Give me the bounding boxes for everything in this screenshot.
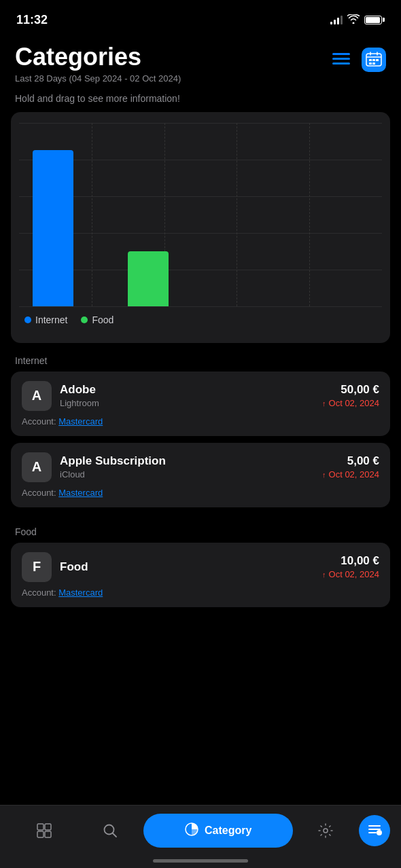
adobe-sub: Lightroom	[60, 398, 314, 408]
arrow-up-icon: ↑	[322, 399, 326, 408]
gear-icon	[316, 821, 335, 840]
legend-dot-internet	[24, 317, 31, 323]
food-amount-col: 10,00 € ↑ Oct 02, 2024	[322, 554, 379, 579]
svg-rect-2	[332, 62, 350, 65]
page-title: Categories	[15, 43, 181, 71]
transaction-food[interactable]: F Food 10,00 € ↑ Oct 02, 2024 Account: M…	[11, 543, 390, 607]
svg-rect-8	[372, 59, 375, 61]
food-date: ↑ Oct 02, 2024	[322, 569, 379, 579]
nav-category-button[interactable]: Category	[143, 814, 293, 848]
pie-chart-icon	[184, 822, 199, 839]
signal-icon	[330, 15, 343, 24]
status-bar: 11:32	[0, 0, 401, 35]
section-internet: Internet A Adobe Lightroom 50,00 € ↑ Oct…	[0, 355, 401, 514]
svg-rect-13	[45, 824, 51, 830]
food-account-row: Account: Mastercard	[22, 587, 379, 598]
internet-transactions: A Adobe Lightroom 50,00 € ↑ Oct 02, 2024…	[0, 372, 401, 514]
nav-category-label: Category	[205, 825, 251, 837]
svg-point-19	[324, 829, 328, 833]
food-icon: F	[22, 552, 52, 582]
svg-rect-7	[369, 59, 372, 61]
nav-search-button[interactable]	[77, 821, 144, 840]
apple-icon: A	[22, 452, 52, 482]
svg-point-23	[377, 830, 382, 835]
chart-bar-food	[128, 251, 169, 306]
apple-sub: iCloud	[60, 469, 314, 480]
svg-rect-12	[37, 824, 43, 830]
section-internet-label: Internet	[0, 355, 401, 372]
apple-info: Apple Subscription iCloud	[60, 454, 314, 480]
status-icons	[330, 14, 385, 26]
adobe-account-row: Account: Mastercard	[22, 416, 379, 427]
transaction-adobe[interactable]: A Adobe Lightroom 50,00 € ↑ Oct 02, 2024…	[11, 372, 390, 436]
calendar-view-button[interactable]	[362, 48, 386, 72]
food-transactions: F Food 10,00 € ↑ Oct 02, 2024 Account: M…	[0, 543, 401, 614]
home-indicator	[153, 859, 248, 863]
date-range: Last 28 Days (04 Sep 2024 - 02 Oct 2024)	[15, 73, 181, 84]
adobe-icon: A	[22, 381, 52, 411]
wifi-icon	[347, 14, 360, 26]
chart-container: Internet Food	[11, 112, 390, 343]
apple-name: Apple Subscription	[60, 454, 314, 468]
legend-label-internet: Internet	[35, 314, 67, 325]
adobe-account-link[interactable]: Mastercard	[58, 416, 103, 427]
legend-label-food: Food	[92, 314, 114, 325]
transaction-apple[interactable]: A Apple Subscription iCloud 5,00 € ↑ Oct…	[11, 443, 390, 507]
svg-rect-15	[45, 831, 51, 837]
svg-rect-11	[372, 62, 375, 65]
adobe-info: Adobe Lightroom	[60, 383, 314, 408]
svg-rect-9	[376, 59, 379, 61]
chart-inner	[19, 123, 382, 306]
apple-amount-col: 5,00 € ↑ Oct 02, 2024	[322, 454, 379, 480]
hint-text: Hold and drag to see more information!	[0, 88, 401, 112]
food-amount: 10,00 €	[322, 554, 379, 568]
adobe-amount: 50,00 €	[322, 383, 379, 397]
apple-amount: 5,00 €	[322, 454, 379, 468]
legend-internet: Internet	[24, 314, 67, 325]
adobe-date: ↑ Oct 02, 2024	[322, 398, 379, 408]
search-icon	[101, 821, 120, 840]
apple-account-link[interactable]: Mastercard	[58, 488, 103, 498]
adobe-amount-col: 50,00 € ↑ Oct 02, 2024	[322, 383, 379, 408]
apple-account-row: Account: Mastercard	[22, 488, 379, 498]
svg-rect-14	[37, 831, 43, 837]
chart-legend: Internet Food	[19, 314, 382, 325]
nav-settings-button[interactable]	[293, 821, 360, 840]
svg-rect-0	[332, 53, 350, 55]
apple-date: ↑ Oct 02, 2024	[322, 469, 379, 480]
list-view-button[interactable]	[329, 48, 353, 72]
battery-icon	[364, 16, 385, 24]
status-time: 11:32	[16, 13, 48, 27]
chart-bar-internet	[33, 150, 73, 306]
svg-rect-1	[332, 58, 350, 60]
svg-rect-10	[369, 62, 372, 65]
legend-dot-food	[81, 317, 88, 323]
arrow-up-icon: ↑	[322, 471, 326, 479]
food-info: Food	[60, 560, 314, 574]
food-account-link[interactable]: Mastercard	[58, 587, 103, 598]
nav-grid-button[interactable]	[11, 821, 77, 840]
section-food-label: Food	[0, 526, 401, 543]
legend-food: Food	[81, 314, 114, 325]
arrow-up-icon: ↑	[322, 571, 326, 579]
svg-line-17	[113, 833, 117, 837]
header: Categories Last 28 Days (04 Sep 2024 - 0…	[0, 35, 401, 88]
section-food: Food F Food 10,00 € ↑ Oct 02, 2024	[0, 526, 401, 614]
nav-float-button[interactable]	[359, 815, 390, 846]
adobe-name: Adobe	[60, 383, 314, 397]
grid-icon	[35, 821, 54, 840]
lines-icon	[367, 822, 382, 839]
chart-bars	[19, 123, 382, 306]
food-name: Food	[60, 560, 314, 574]
